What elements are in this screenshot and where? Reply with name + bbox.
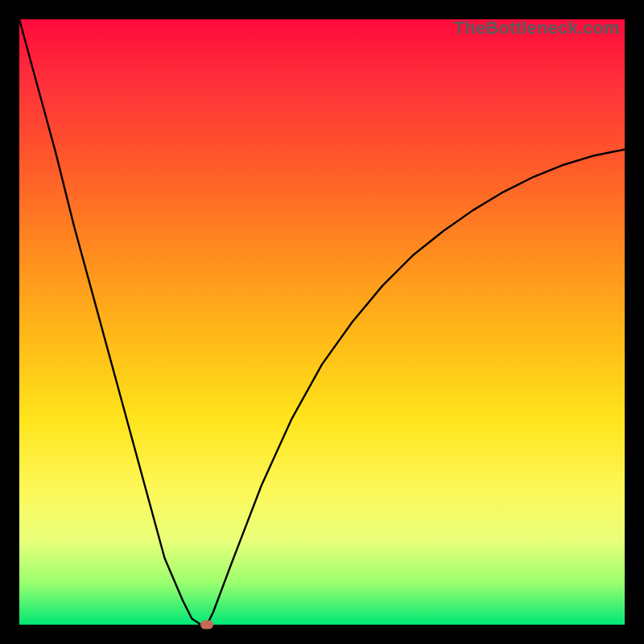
- minimum-marker: [200, 621, 213, 630]
- chart-frame: TheBottleneck.com: [0, 0, 644, 644]
- plot-area: TheBottleneck.com: [19, 19, 625, 625]
- watermark-text: TheBottleneck.com: [454, 18, 620, 39]
- bottleneck-curve: [19, 19, 625, 625]
